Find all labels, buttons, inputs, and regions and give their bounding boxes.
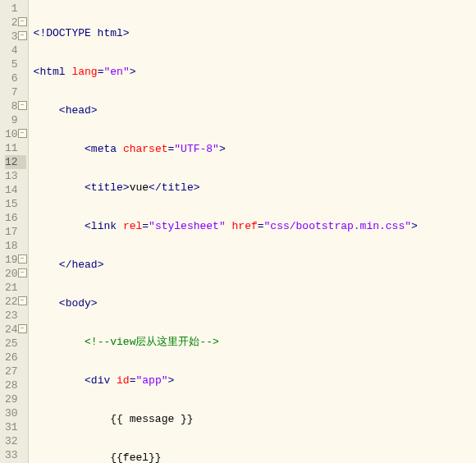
line-number: 17: [5, 225, 26, 239]
line-number: 5: [5, 57, 26, 71]
line-number: 16: [5, 211, 26, 225]
line-number: 21: [5, 281, 26, 295]
doctype: <!DOCTYPE html>: [34, 27, 130, 39]
line-number: 24−: [5, 323, 26, 337]
line-number: 1: [5, 2, 26, 16]
code-line[interactable]: <meta charset="UTF-8">: [34, 142, 418, 156]
code-line[interactable]: <body>: [34, 296, 418, 310]
code-line[interactable]: {{feel}}: [34, 451, 418, 463]
line-number: 15: [5, 197, 26, 211]
fold-icon[interactable]: −: [18, 31, 27, 40]
line-number: 20−: [5, 267, 26, 281]
code-line[interactable]: {{ message }}: [34, 412, 418, 426]
fold-icon[interactable]: −: [18, 296, 27, 305]
line-number: 10−: [5, 127, 26, 141]
code-editor[interactable]: 12−3−45678−910−111213141516171819−20−212…: [0, 0, 476, 463]
fold-icon[interactable]: −: [18, 129, 27, 138]
line-number: 8−: [5, 99, 26, 113]
line-number: 30: [5, 406, 26, 420]
fold-icon[interactable]: −: [18, 268, 27, 277]
line-number: 29: [5, 392, 26, 406]
code-area[interactable]: <!DOCTYPE html> <html lang="en"> <head> …: [29, 0, 418, 463]
fold-icon[interactable]: −: [18, 324, 27, 333]
code-line[interactable]: <link rel="stylesheet" href="css/bootstr…: [34, 219, 418, 233]
line-number: 13: [5, 169, 26, 183]
line-number: 6: [5, 71, 26, 85]
line-number: 31: [5, 420, 26, 434]
line-number: 14: [5, 183, 26, 197]
code-line[interactable]: <html lang="en">: [34, 65, 418, 79]
line-number: 12: [5, 155, 26, 169]
line-number: 7: [5, 85, 26, 99]
code-line[interactable]: </head>: [34, 258, 418, 272]
line-number: 3−: [5, 30, 26, 44]
fold-icon[interactable]: −: [18, 254, 27, 264]
code-line[interactable]: <!DOCTYPE html>: [34, 26, 418, 40]
fold-icon[interactable]: −: [18, 101, 27, 110]
line-number: 9: [5, 113, 26, 127]
line-number: 32: [5, 434, 26, 448]
code-line[interactable]: <title>vue</title>: [34, 181, 418, 195]
code-line[interactable]: <!--view层从这里开始-->: [34, 335, 418, 349]
line-number: 23: [5, 309, 26, 323]
line-number: 28: [5, 378, 26, 392]
line-number: 22−: [5, 295, 26, 309]
gutter: 12−3−45678−910−111213141516171819−20−212…: [0, 0, 29, 463]
line-number: 25: [5, 337, 26, 351]
line-number: 33: [5, 448, 26, 462]
line-number: 2−: [5, 16, 26, 30]
code-line[interactable]: <div id="app">: [34, 374, 418, 387]
line-number: 4: [5, 44, 26, 57]
line-number: 11: [5, 141, 26, 155]
code-line[interactable]: <head>: [34, 103, 418, 117]
fold-icon[interactable]: −: [18, 17, 27, 26]
line-number: 26: [5, 351, 26, 364]
line-number: 27: [5, 364, 26, 378]
line-number: 19−: [5, 253, 26, 267]
line-number: 18: [5, 239, 26, 253]
